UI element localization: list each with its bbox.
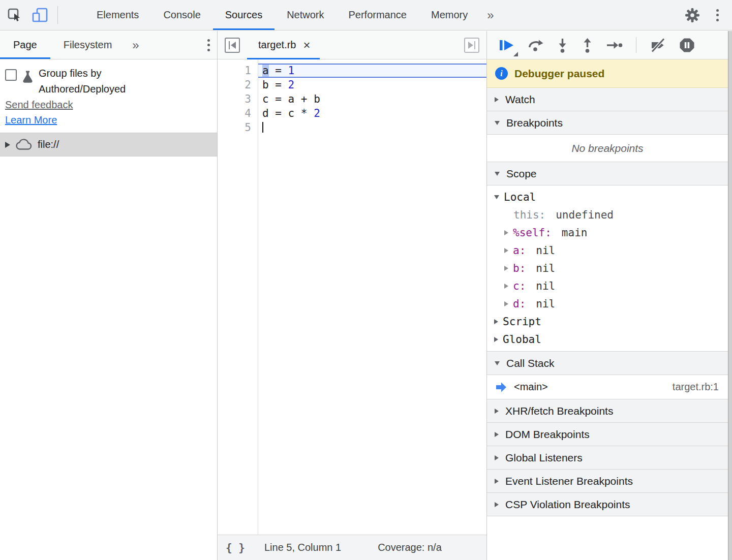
- call-stack-frame-main[interactable]: <main> target.rb:1: [487, 375, 728, 399]
- expand-arrow-icon: [494, 319, 498, 324]
- tab-console[interactable]: Console: [151, 0, 212, 30]
- collapsed-arrow-icon: [495, 409, 499, 414]
- collapse-navigator-icon[interactable]: [225, 38, 240, 53]
- pretty-print-icon[interactable]: { }: [226, 542, 245, 554]
- section-dom-breakpoints[interactable]: DOM Breakpoints: [487, 423, 728, 446]
- collapsed-arrow-icon: [495, 432, 499, 437]
- section-call-stack[interactable]: Call Stack: [487, 352, 728, 375]
- debugger-paused-label: Debugger paused: [514, 68, 604, 80]
- group-files-checkbox[interactable]: [5, 69, 17, 81]
- expanded-arrow-icon: [494, 195, 499, 199]
- section-csp-violation-breakpoints[interactable]: CSP Violation Breakpoints: [487, 493, 728, 516]
- frame-location-label: target.rb:1: [673, 381, 719, 393]
- no-breakpoints-message: No breakpoints: [487, 135, 728, 162]
- main-menu-kebab-icon[interactable]: [709, 4, 726, 26]
- tab-sources[interactable]: Sources: [213, 0, 274, 30]
- long-press-corner-icon: [513, 52, 518, 56]
- code-line-3[interactable]: c = a + b: [258, 92, 486, 106]
- code-line-5[interactable]: [258, 120, 486, 135]
- editor-status-bar: { } Line 5, Column 1 Coverage: n/a: [218, 535, 486, 560]
- info-icon: i: [495, 67, 508, 80]
- navigator-sidebar: Page Filesystem » Group files by Authore…: [0, 31, 218, 560]
- step-into-button[interactable]: [556, 38, 569, 53]
- toolbar-divider: [636, 37, 636, 53]
- group-files-label: Group files by Authored/Deployed: [39, 66, 158, 97]
- devtools-window: Elements Console Sources Network Perform…: [0, 0, 732, 560]
- expand-arrow-icon: [504, 284, 508, 289]
- editor-pane: target.rb × 1 2 3 4 5 a = 1 b = 2: [218, 31, 487, 560]
- expand-debugger-icon[interactable]: [464, 38, 479, 53]
- section-global-listeners[interactable]: Global Listeners: [487, 446, 728, 470]
- section-xhr-fetch-breakpoints[interactable]: XHR/fetch Breakpoints: [487, 399, 728, 423]
- more-navigator-tabs-chevron-icon[interactable]: »: [125, 31, 146, 59]
- tab-elements[interactable]: Elements: [84, 0, 151, 30]
- scope-group-script[interactable]: Script: [487, 313, 728, 330]
- scope-var-b[interactable]: b: nil: [487, 259, 728, 277]
- more-tabs-chevron-icon[interactable]: »: [480, 0, 501, 30]
- code-line-2[interactable]: b = 2: [258, 78, 486, 92]
- code-line-1-paused[interactable]: a = 1: [258, 64, 486, 78]
- scope-var-this[interactable]: this: undefined: [487, 206, 728, 224]
- close-tab-icon[interactable]: ×: [303, 39, 310, 51]
- expand-arrow-icon: [494, 337, 498, 342]
- step-over-button[interactable]: [527, 38, 544, 53]
- scope-var-c[interactable]: c: nil: [487, 277, 728, 295]
- expand-arrow-icon[interactable]: [5, 142, 10, 148]
- file-tab-label: target.rb: [258, 39, 296, 51]
- scope-var-d[interactable]: d: nil: [487, 295, 728, 313]
- scope-var-a[interactable]: a: nil: [487, 241, 728, 259]
- resume-button[interactable]: [498, 38, 515, 53]
- scope-group-local[interactable]: Local: [487, 188, 728, 206]
- tab-performance[interactable]: Performance: [337, 0, 419, 30]
- section-watch[interactable]: Watch: [487, 88, 728, 111]
- scope-group-global[interactable]: Global: [487, 330, 728, 348]
- cloud-icon: [15, 139, 33, 150]
- expanded-arrow-icon: [495, 172, 500, 176]
- line-number[interactable]: 5: [218, 120, 258, 135]
- expand-arrow-icon: [504, 266, 508, 271]
- code-line-4[interactable]: d = c * 2: [258, 106, 486, 120]
- line-number[interactable]: 4: [218, 106, 258, 120]
- debugger-pane: i Debugger paused Watch Breakpoints No b…: [487, 31, 728, 560]
- expanded-arrow-icon: [495, 121, 500, 125]
- panel-tabs: Elements Console Sources Network Perform…: [84, 0, 501, 30]
- tab-memory[interactable]: Memory: [419, 0, 480, 30]
- tab-network[interactable]: Network: [274, 0, 336, 30]
- section-breakpoints[interactable]: Breakpoints: [487, 111, 728, 135]
- tab-filesystem[interactable]: Filesystem: [50, 31, 126, 59]
- file-tab-target-rb[interactable]: target.rb ×: [247, 31, 320, 59]
- tree-item-file-protocol[interactable]: file://: [0, 133, 217, 157]
- section-event-listener-breakpoints[interactable]: Event Listener Breakpoints: [487, 470, 728, 493]
- line-number[interactable]: 3: [218, 92, 258, 106]
- send-feedback-link[interactable]: Send feedback: [5, 97, 73, 112]
- navigator-menu-kebab-icon[interactable]: [200, 34, 217, 56]
- collapsed-arrow-icon: [495, 479, 499, 484]
- text-cursor: [262, 122, 263, 133]
- line-number[interactable]: 1: [218, 64, 258, 78]
- device-toolbar-icon[interactable]: [32, 7, 48, 23]
- collapsed-arrow-icon: [495, 455, 499, 460]
- step-out-button[interactable]: [581, 38, 594, 53]
- navigator-settings: Group files by Authored/Deployed Send fe…: [0, 59, 217, 133]
- inspect-element-icon[interactable]: [7, 8, 22, 23]
- scope-tree: Local this: undefined %self: main a: nil: [487, 185, 728, 352]
- pause-on-exceptions-button[interactable]: [679, 38, 695, 53]
- experiment-flask-icon: [22, 70, 34, 83]
- learn-more-link[interactable]: Learn More: [5, 112, 57, 128]
- collapsed-arrow-icon: [495, 97, 499, 102]
- tab-page[interactable]: Page: [0, 31, 50, 59]
- expand-arrow-icon: [504, 248, 508, 253]
- highlighted-token: a: [262, 65, 269, 77]
- debugger-paused-banner: i Debugger paused: [487, 59, 728, 88]
- expand-arrow-icon: [504, 301, 508, 306]
- deactivate-breakpoints-button[interactable]: [650, 38, 667, 53]
- line-number[interactable]: 2: [218, 78, 258, 92]
- settings-gear-icon[interactable]: [681, 8, 704, 23]
- scope-var-self[interactable]: %self: main: [487, 224, 728, 241]
- section-scope[interactable]: Scope: [487, 162, 728, 185]
- code-editor[interactable]: 1 2 3 4 5 a = 1 b = 2 c = a + b d = c * …: [218, 59, 486, 535]
- collapsed-arrow-icon: [495, 502, 499, 507]
- window-edge-artifact: [728, 31, 732, 560]
- line-number-gutter[interactable]: 1 2 3 4 5: [218, 59, 258, 535]
- step-button[interactable]: [606, 38, 623, 53]
